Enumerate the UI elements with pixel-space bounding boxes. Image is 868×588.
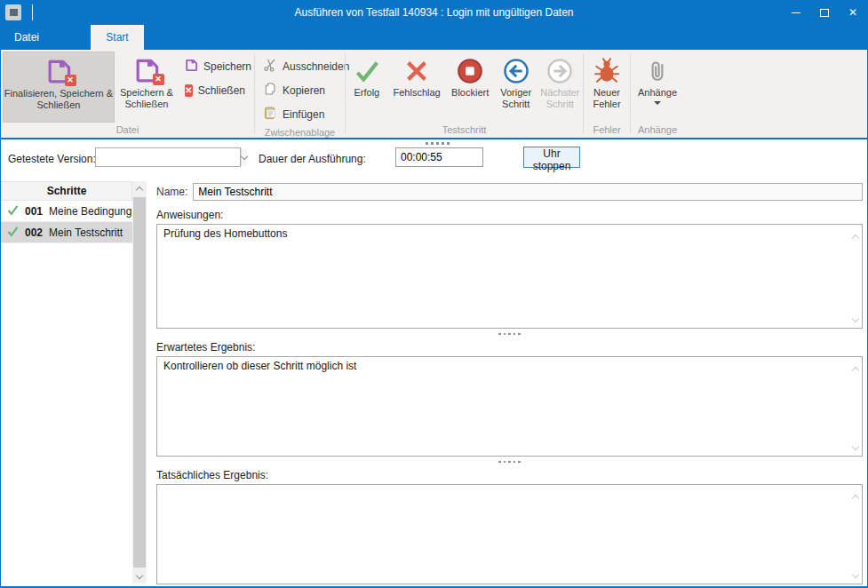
paste-icon — [263, 106, 277, 123]
title-separator — [32, 4, 33, 20]
group-label-testschritt: Testschritt — [347, 123, 581, 138]
ribbon: ✕ Finalisieren, Speichern & Schließen ✕ … — [1, 50, 867, 139]
combobox-dropdown-button[interactable] — [241, 148, 247, 166]
arrow-left-icon — [502, 54, 530, 87]
group-separator — [345, 54, 346, 133]
close-icon: ✕ — [848, 7, 857, 18]
cut-button[interactable]: Ausschneiden — [257, 54, 355, 78]
splitter-handle[interactable] — [156, 329, 863, 339]
step-label: Mein Testschritt — [49, 226, 123, 239]
expected-result-field: Kontrollieren ob dieser Schritt möglich … — [156, 356, 863, 457]
ribbon-tab-row: Datei Start — [1, 25, 867, 50]
stop-clock-button[interactable]: Uhr stoppen — [523, 147, 580, 168]
step-list-item-selected[interactable]: 002 Mein Testschritt — [1, 222, 132, 243]
group-label-zwischenablage: Zwischenablage — [257, 126, 343, 140]
ribbon-group-anhaenge: Anhänge Anhänge — [633, 52, 682, 138]
previous-step-button[interactable]: Voriger Schritt — [497, 52, 536, 123]
copy-button[interactable]: Kopieren — [257, 78, 355, 102]
scroll-up-icon[interactable] — [853, 228, 858, 241]
check-icon — [7, 226, 19, 240]
save-button[interactable]: Speichern — [179, 54, 251, 78]
close-document-button[interactable]: ✕ Schließen — [179, 78, 251, 102]
tab-datei[interactable]: Datei — [6, 25, 47, 50]
stop-icon — [456, 54, 484, 87]
title-bar: Ausführen von Testfall 140934 : Login mi… — [1, 0, 867, 25]
next-step-button[interactable]: Nächster Schritt — [539, 52, 582, 123]
actual-result-field — [156, 484, 863, 584]
close-red-icon: ✕ — [185, 84, 193, 97]
steps-list: 001 Meine Bedingung 002 Mein Testschritt — [1, 201, 132, 243]
maximize-button[interactable] — [810, 0, 839, 25]
group-label-datei: Datei — [3, 123, 252, 138]
group-label-anhaenge: Anhänge — [633, 123, 682, 138]
check-icon — [354, 54, 380, 87]
duration-input[interactable] — [395, 147, 483, 167]
blocked-button[interactable]: Blockiert — [448, 52, 493, 123]
scroll-up-button[interactable] — [132, 181, 147, 195]
execution-toolbar: Getestete Version: Dauer der Ausführung:… — [1, 139, 867, 179]
save-and-close-button[interactable]: ✕ Speichern & Schließen — [115, 52, 179, 123]
paste-button[interactable]: Einfügen — [257, 102, 355, 126]
instructions-label: Anweisungen: — [156, 209, 863, 221]
bug-icon — [593, 54, 620, 87]
scroll-up-icon[interactable] — [853, 361, 858, 373]
scroll-down-icon[interactable] — [853, 440, 858, 452]
step-list-item[interactable]: 001 Meine Bedingung — [1, 201, 132, 222]
scroll-down-icon[interactable] — [853, 568, 858, 580]
name-label: Name: — [156, 186, 187, 198]
x-icon — [403, 54, 430, 87]
step-label: Meine Bedingung — [49, 205, 131, 218]
chevron-down-icon — [241, 152, 248, 159]
success-button[interactable]: Erfolg — [347, 52, 386, 123]
app-window: Ausführen von Testfall 140934 : Login mi… — [0, 0, 868, 588]
check-icon — [7, 204, 19, 219]
save-close-icon: ✕ — [45, 58, 73, 85]
expected-result-textarea[interactable]: Kontrollieren ob dieser Schritt möglich … — [157, 357, 862, 456]
copy-icon — [263, 82, 277, 99]
tested-version-combobox[interactable] — [95, 147, 241, 167]
save-close-icon: ✕ — [133, 57, 161, 84]
attachments-button[interactable]: Anhänge — [633, 52, 682, 123]
scroll-up-icon[interactable] — [853, 489, 858, 501]
group-separator — [254, 54, 255, 133]
window-title: Ausführen von Testfall 140934 : Login mi… — [1, 6, 867, 19]
instructions-textarea[interactable]: Prüfung des Homebuttons — [157, 225, 862, 328]
instructions-field: Prüfung des Homebuttons — [156, 224, 863, 329]
chevron-up-icon — [136, 186, 143, 193]
scissors-icon — [263, 58, 277, 75]
name-input[interactable] — [193, 183, 863, 201]
splitter-handle[interactable] — [156, 457, 863, 467]
group-separator — [583, 54, 584, 133]
tab-start[interactable]: Start — [91, 25, 144, 50]
sidebar-scrollbar[interactable] — [132, 181, 147, 584]
failure-button[interactable]: Fehlschlag — [390, 52, 444, 123]
paperclip-icon — [645, 54, 670, 87]
minimize-button[interactable] — [782, 0, 810, 25]
app-icon[interactable] — [5, 4, 21, 20]
ribbon-group-testschritt: Erfolg Fehlschlag Blockiert — [347, 52, 581, 138]
actual-result-textarea[interactable] — [157, 485, 862, 584]
ribbon-group-zwischenablage: Ausschneiden Kopieren Einfügen — [257, 52, 343, 138]
group-separator — [630, 54, 631, 133]
group-label-fehler: Fehler — [585, 123, 628, 138]
step-number: 002 — [25, 226, 43, 239]
new-defect-button[interactable]: Neuer Fehler — [585, 52, 628, 123]
splitter-handle[interactable] — [426, 142, 450, 145]
duration-label: Dauer der Ausführung: — [259, 153, 366, 165]
finalize-save-close-button[interactable]: ✕ Finalisieren, Speichern & Schließen — [3, 52, 115, 123]
ribbon-group-fehler: Neuer Fehler Fehler — [585, 52, 628, 138]
tested-version-input[interactable] — [96, 148, 241, 166]
arrow-right-icon — [545, 54, 574, 87]
step-number: 001 — [25, 205, 43, 218]
expected-result-label: Erwartetes Ergebnis: — [156, 341, 863, 354]
close-button[interactable]: ✕ — [839, 0, 867, 25]
chevron-down-icon — [136, 571, 143, 578]
scroll-down-button[interactable] — [132, 569, 147, 584]
tested-version-label: Getestete Version: — [8, 153, 96, 165]
actual-result-label: Tatsächliches Ergebnis: — [156, 469, 863, 481]
scrollbar-thumb[interactable] — [133, 197, 146, 568]
content-area: Schritte 001 Meine Bedingung 002 Mein Te… — [1, 179, 867, 586]
maximize-icon — [820, 9, 829, 17]
steps-header: Schritte — [1, 181, 132, 201]
scroll-down-icon[interactable] — [853, 312, 858, 324]
